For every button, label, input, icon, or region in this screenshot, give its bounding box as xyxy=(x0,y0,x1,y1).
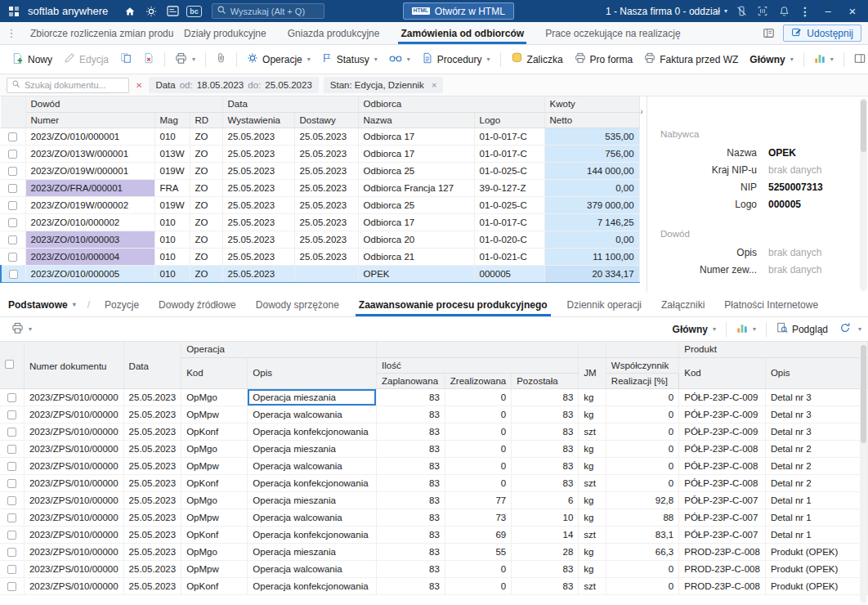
cell-realizacji[interactable]: 0 xyxy=(606,577,678,594)
cell-zrealizowana[interactable]: 0 xyxy=(445,388,511,406)
row-checkbox[interactable] xyxy=(7,462,16,471)
cell-logo[interactable]: 01-0-017-C xyxy=(474,145,544,162)
cell-dostawy[interactable]: 25.05.2023 xyxy=(294,128,358,145)
cell-rd[interactable]: ZO xyxy=(190,196,222,213)
row-select-cell[interactable] xyxy=(1,179,25,196)
cell-zrealizowana[interactable]: 0 xyxy=(445,560,511,577)
progress-row[interactable]: 2023/ZPS/010/0000025.05.2023OpMgoOperacj… xyxy=(0,491,868,509)
cell-numer[interactable]: 2023/ZO/010/000003 xyxy=(25,231,154,248)
cell-rd[interactable]: ZO xyxy=(190,179,222,196)
tab-list-menu-icon[interactable]: ⋮ xyxy=(3,22,20,44)
relations-button[interactable]: ▾ xyxy=(384,50,415,69)
chart-view-button[interactable]: ▾ xyxy=(732,320,761,339)
cell-numer-dokumentu[interactable]: 2023/ZPS/010/00000 xyxy=(24,543,123,560)
progress-row[interactable]: 2023/ZPS/010/0000025.05.2023OpMpwOperacj… xyxy=(0,406,868,423)
cell-data[interactable]: 25.05.2023 xyxy=(123,491,181,509)
row-checkbox[interactable] xyxy=(8,218,17,227)
cell-pozostala[interactable]: 83 xyxy=(512,406,579,423)
cell-wystawienia[interactable]: 25.05.2023 xyxy=(222,128,294,145)
cell-zaplanowana[interactable]: 83 xyxy=(376,457,445,474)
cell-zaplanowana[interactable]: 83 xyxy=(376,388,445,406)
column-header-zaplanowana[interactable]: Zaplanowana xyxy=(376,373,445,388)
cell-nazwa[interactable]: Odbiorca 21 xyxy=(358,248,474,265)
cell-opis[interactable]: Operacja mieszania xyxy=(248,543,377,560)
cell-numer-dokumentu[interactable]: 2023/ZPS/010/00000 xyxy=(24,491,123,509)
cell-netto[interactable]: 0,00 xyxy=(544,179,639,196)
cell-opis[interactable]: Operacja mieszania xyxy=(248,491,377,509)
column-header-mag[interactable]: Mag xyxy=(154,112,190,128)
cell-dostawy[interactable]: 25.05.2023 xyxy=(294,248,358,265)
cell-data[interactable]: 25.05.2023 xyxy=(123,423,181,440)
cell-pozostala[interactable]: 83 xyxy=(512,577,579,594)
cell-prod-kod[interactable]: PÓŁP-23P-C-007 xyxy=(679,509,766,526)
cell-data[interactable]: 25.05.2023 xyxy=(123,526,181,543)
row-checkbox[interactable] xyxy=(7,428,16,437)
procedures-button[interactable]: Procedury ▾ xyxy=(417,49,495,69)
cell-pozostala[interactable]: 83 xyxy=(512,440,579,457)
cell-realizacji[interactable]: 83,1 xyxy=(606,526,678,543)
cell-numer[interactable]: 2023/ZO/010/000004 xyxy=(25,248,154,265)
cell-rd[interactable]: ZO xyxy=(190,213,222,231)
column-group-operacja[interactable]: Operacja xyxy=(181,342,377,357)
cell-numer[interactable]: 2023/ZO/013W/000001 xyxy=(25,145,154,162)
cell-rd[interactable]: ZO xyxy=(190,128,222,145)
cell-wystawienia[interactable]: 25.05.2023 xyxy=(222,213,294,231)
layout-view-button[interactable]: ▾ xyxy=(849,50,868,69)
cell-realizacji[interactable]: 66,3 xyxy=(606,543,678,560)
cell-prod-kod[interactable]: PÓŁP-23P-C-007 xyxy=(679,491,766,509)
cell-logo[interactable]: 39-0-127-Z xyxy=(474,179,544,196)
cell-netto[interactable]: 756,00 xyxy=(544,145,639,162)
news-panel-icon[interactable] xyxy=(165,4,180,19)
new-button[interactable]: Nowy xyxy=(7,49,57,70)
cell-nazwa[interactable]: Odbiorca 25 xyxy=(358,162,474,179)
row-checkbox[interactable] xyxy=(7,582,16,591)
column-header-pozostala[interactable]: Pozostała xyxy=(512,373,579,388)
chart-view-button[interactable]: ▾ xyxy=(809,50,839,69)
row-select-cell[interactable] xyxy=(1,196,25,213)
cell-zrealizowana[interactable]: 77 xyxy=(445,491,511,509)
row-checkbox[interactable] xyxy=(7,445,16,454)
print-button[interactable]: ▾ xyxy=(7,319,37,340)
row-checkbox[interactable] xyxy=(7,479,16,488)
column-group-dowod[interactable]: Dowód xyxy=(25,96,222,112)
phone-muted-icon[interactable] xyxy=(734,4,749,19)
cell-pozostala[interactable]: 83 xyxy=(512,560,579,577)
progress-row[interactable]: 2023/ZPS/010/0000025.05.2023OpMgoOperacj… xyxy=(0,440,868,457)
cell-wystawienia[interactable]: 25.05.2023 xyxy=(222,145,294,162)
cell-numer-dokumentu[interactable]: 2023/ZPS/010/00000 xyxy=(24,406,123,423)
cell-opis[interactable]: Operacja walcowania xyxy=(248,406,377,423)
cell-jm[interactable]: kg xyxy=(579,457,606,474)
cell-numer[interactable]: 2023/ZO/010/000001 xyxy=(25,128,154,145)
column-header-prod-kod[interactable]: Kod xyxy=(679,357,766,388)
cell-numer-dokumentu[interactable]: 2023/ZPS/010/00000 xyxy=(24,388,123,406)
row-select-cell[interactable] xyxy=(0,526,24,543)
order-row[interactable]: 2023/ZO/010/000003010ZO25.05.202325.05.2… xyxy=(1,231,639,248)
column-header-data[interactable]: Data xyxy=(123,342,181,388)
cell-prod-kod[interactable]: PÓŁP-23P-C-009 xyxy=(679,406,766,423)
cell-prod-opis[interactable]: Produkt (OPEK) xyxy=(765,543,867,560)
column-scroll-right-icon[interactable]: › xyxy=(637,106,647,116)
cell-logo[interactable]: 01-0-025-C xyxy=(474,196,544,213)
cell-mag[interactable]: 010 xyxy=(154,213,190,231)
cell-jm[interactable]: kg xyxy=(579,509,606,526)
cell-prod-kod[interactable]: PÓŁP-23P-C-009 xyxy=(679,423,766,440)
cell-rd[interactable]: ZO xyxy=(190,231,222,248)
cell-realizacji[interactable]: 0 xyxy=(606,423,678,440)
cell-realizacji[interactable]: 0 xyxy=(606,440,678,457)
delete-document-button[interactable] xyxy=(138,49,159,69)
cell-jm[interactable]: szt xyxy=(579,526,606,543)
column-group-wspolczynnik[interactable]: Współczynnik xyxy=(606,357,678,373)
cell-numer-dokumentu[interactable]: 2023/ZPS/010/00000 xyxy=(24,526,123,543)
progress-row[interactable]: 2023/ZPS/010/0000025.05.2023OpMpwOperacj… xyxy=(0,509,868,526)
cell-opis[interactable]: Operacja walcowania xyxy=(248,457,377,474)
cell-kod[interactable]: OpMgo xyxy=(181,440,248,457)
row-checkbox[interactable] xyxy=(8,132,17,141)
details-scrollbar[interactable] xyxy=(860,98,867,291)
date-filter-chip[interactable]: Data od: 18.05.2023 do: 25.05.2023 xyxy=(149,77,318,93)
column-header-nazwa[interactable]: Nazwa xyxy=(358,112,474,128)
scrollbar-thumb[interactable] xyxy=(861,345,866,443)
row-checkbox[interactable] xyxy=(8,150,17,159)
cell-wystawienia[interactable]: 25.05.2023 xyxy=(222,248,294,265)
cell-zrealizowana[interactable]: 0 xyxy=(445,406,511,423)
main-tab[interactable]: Gniazda produkcyjne xyxy=(277,22,391,44)
